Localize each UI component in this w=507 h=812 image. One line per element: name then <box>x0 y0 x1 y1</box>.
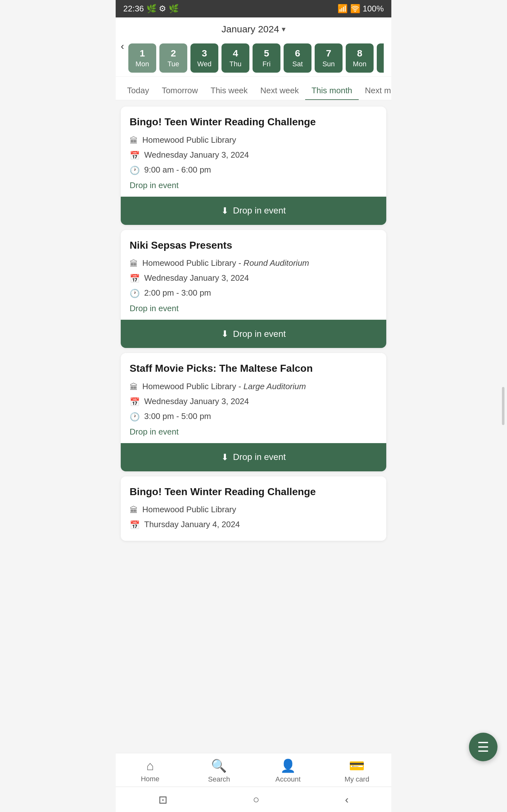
event-title-1: Niki Sepsas Presents <box>130 239 377 252</box>
filter-tabs: TodayTomorrowThis weekNext weekThis mont… <box>116 77 391 100</box>
event-date-1: 📅 Wednesday January 3, 2024 <box>130 273 377 284</box>
arrow-down-icon: ⬇ <box>221 452 228 462</box>
calendar-day-5[interactable]: 5Fri <box>252 44 280 72</box>
calendar-icon: 📅 <box>130 397 140 407</box>
event-location-3: 🏛 Homewood Public Library <box>130 505 377 515</box>
events-list: Bingo! Teen Winter Reading Challenge 🏛 H… <box>116 100 391 611</box>
event-body-0: Bingo! Teen Winter Reading Challenge 🏛 H… <box>121 107 386 197</box>
battery-label: 100% <box>363 4 384 14</box>
drop-in-link-1[interactable]: Drop in event <box>130 304 377 313</box>
event-card-3: Bingo! Teen Winter Reading Challenge 🏛 H… <box>121 476 386 541</box>
event-date-3: 📅 Thursday January 4, 2024 <box>130 519 377 530</box>
calendar-icon: 📅 <box>130 151 140 160</box>
arrow-down-icon: ⬇ <box>221 328 228 339</box>
drop-in-button-0[interactable]: ⬇ Drop in event <box>121 197 386 225</box>
event-date-0: 📅 Wednesday January 3, 2024 <box>130 150 377 160</box>
status-right: 📶 🛜 100% <box>337 4 384 14</box>
building-icon: 🏛 <box>130 136 138 146</box>
building-icon: 🏛 <box>130 505 138 515</box>
filter-tab-this-week[interactable]: This week <box>205 82 254 100</box>
clock-icon: 🕐 <box>130 289 140 299</box>
clock-icon: 🕐 <box>130 412 140 422</box>
event-location-0: 🏛 Homewood Public Library <box>130 135 377 146</box>
calendar-day-3[interactable]: 3Wed <box>190 44 218 72</box>
filter-tab-tomorrow[interactable]: Tomorrow <box>155 82 204 100</box>
calendar-day-4[interactable]: 4Thu <box>222 44 249 72</box>
event-body-3: Bingo! Teen Winter Reading Challenge 🏛 H… <box>121 476 386 541</box>
event-card-0: Bingo! Teen Winter Reading Challenge 🏛 H… <box>121 107 386 225</box>
event-body-1: Niki Sepsas Presents 🏛 Homewood Public L… <box>121 230 386 320</box>
event-body-2: Staff Movie Picks: The Maltese Falcon 🏛 … <box>121 353 386 443</box>
drop-in-button-2[interactable]: ⬇ Drop in event <box>121 443 386 471</box>
event-card-1: Niki Sepsas Presents 🏛 Homewood Public L… <box>121 230 386 348</box>
event-title-0: Bingo! Teen Winter Reading Challenge <box>130 115 377 129</box>
event-location-1: 🏛 Homewood Public Library - Round Audito… <box>130 258 377 269</box>
building-icon: 🏛 <box>130 382 138 392</box>
status-bar: 22:36 🌿 ⚙ 🌿 📶 🛜 100% <box>116 0 391 17</box>
drop-in-link-0[interactable]: Drop in event <box>130 181 377 190</box>
status-time: 22:36 <box>123 4 144 14</box>
filter-tab-today[interactable]: Today <box>121 82 155 100</box>
building-icon: 🏛 <box>130 259 138 269</box>
calendar-day-7[interactable]: 7Sun <box>315 44 343 72</box>
back-button[interactable]: ‹ <box>121 40 124 52</box>
event-title-3: Bingo! Teen Winter Reading Challenge <box>130 485 377 499</box>
drop-in-button-1[interactable]: ⬇ Drop in event <box>121 320 386 348</box>
filter-tab-next-week[interactable]: Next week <box>254 82 305 100</box>
month-title[interactable]: January 2024 ▾ <box>123 24 384 40</box>
calendar-day-9[interactable]: 9Tue <box>377 44 384 72</box>
calendar-icon: 📅 <box>130 520 140 530</box>
month-title-text: January 2024 <box>222 24 279 35</box>
clock-icon: 🕐 <box>130 165 140 175</box>
event-location-2: 🏛 Homewood Public Library - Large Audito… <box>130 382 377 392</box>
filter-tab-next-month[interactable]: Next month <box>359 82 391 100</box>
calendar-strip: 1 Mon 2Tue3Wed4Thu5Fri6Sat7Sun8Mon9Tue10… <box>123 40 384 77</box>
event-time-1: 🕐 2:00 pm - 3:00 pm <box>130 288 377 299</box>
chevron-down-icon: ▾ <box>282 25 285 34</box>
event-card-2: Staff Movie Picks: The Maltese Falcon 🏛 … <box>121 353 386 471</box>
event-time-0: 🕐 9:00 am - 6:00 pm <box>130 165 377 175</box>
app-header: ‹ January 2024 ▾ 1 Mon 2Tue3Wed4Thu5Fri6… <box>116 17 391 77</box>
calendar-day-2[interactable]: 2Tue <box>159 44 187 72</box>
status-left: 22:36 🌿 ⚙ 🌿 <box>123 4 179 14</box>
event-time-2: 🕐 3:00 pm - 5:00 pm <box>130 411 377 422</box>
drop-in-link-2[interactable]: Drop in event <box>130 427 377 437</box>
event-date-2: 📅 Wednesday January 3, 2024 <box>130 397 377 407</box>
filter-tab-this-month[interactable]: This month <box>305 82 359 100</box>
calendar-day-partial[interactable]: 1 Mon <box>128 44 156 72</box>
calendar-day-6[interactable]: 6Sat <box>284 44 312 72</box>
calendar-day-8[interactable]: 8Mon <box>346 44 374 72</box>
status-icons: 🌿 ⚙ 🌿 <box>147 4 178 14</box>
calendar-icon: 📅 <box>130 274 140 284</box>
event-title-2: Staff Movie Picks: The Maltese Falcon <box>130 362 377 375</box>
signal-icon: 📶 <box>337 4 348 14</box>
wifi-icon: 🛜 <box>350 4 360 14</box>
arrow-down-icon: ⬇ <box>221 206 228 216</box>
